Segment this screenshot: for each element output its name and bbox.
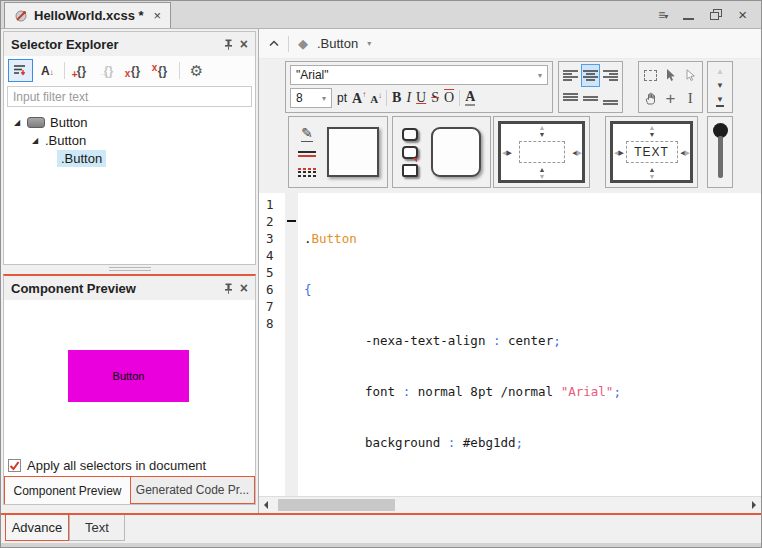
strikethrough-button[interactable]: S xyxy=(431,91,439,105)
text-padding-control[interactable]: ◀▶ ▲▼ TEXT ◀▶ ▲▼ xyxy=(610,121,693,183)
tree-expand-icon[interactable]: ◢ xyxy=(12,118,22,127)
close-panel-icon[interactable]: × xyxy=(240,280,248,296)
line-number-gutter: 1 2 3 4 5 6 7 8 xyxy=(259,193,285,496)
align-right-button[interactable] xyxy=(600,64,620,87)
left-arrows-icon[interactable]: ◀▶ xyxy=(614,149,623,156)
slider-track[interactable] xyxy=(718,136,723,178)
horizontal-scrollbar[interactable] xyxy=(259,496,761,513)
top-arrows-icon[interactable]: ▲▼ xyxy=(649,124,655,138)
radius-small-icon[interactable] xyxy=(402,128,418,141)
text-color-button[interactable]: A xyxy=(465,90,475,106)
fold-collapse-icon[interactable] xyxy=(287,220,296,222)
document-tab[interactable]: HelloWorld.xcss * × xyxy=(4,2,171,28)
radius-square-icon[interactable] xyxy=(402,164,418,177)
delete-selector-button[interactable]: {}x xyxy=(123,59,148,82)
main-area: Selector Explorer × A↓ xyxy=(1,29,761,513)
code-line-6 xyxy=(298,485,621,496)
scrollbar-right-arrow[interactable] xyxy=(752,501,756,509)
minimize-icon[interactable] xyxy=(683,18,694,20)
scroll-down-icon[interactable]: ▼ xyxy=(716,81,724,90)
pointer-outline-tool[interactable] xyxy=(680,64,700,87)
selector-explorer-panel: Selector Explorer × A↓ xyxy=(3,31,256,265)
toolbar-separator xyxy=(386,90,387,106)
font-decrease-button[interactable]: A↓ xyxy=(370,92,381,105)
component-preview-panel: Component Preview × Button xyxy=(3,274,256,505)
window-controls: ≡▾ × xyxy=(658,6,761,23)
font-increase-button[interactable]: A↑ xyxy=(352,91,365,106)
italic-button[interactable]: I xyxy=(406,91,411,105)
radius-edit-icon[interactable] xyxy=(402,146,418,159)
move-selector-button[interactable]: {}→ xyxy=(96,59,121,82)
text-sample: TEXT xyxy=(626,141,678,163)
delete-all-selectors-button[interactable]: {}x xyxy=(150,59,175,82)
left-arrows-icon[interactable]: ◀▶ xyxy=(502,149,511,156)
code-line-2: { xyxy=(298,281,621,298)
radius-preview-swatch[interactable] xyxy=(431,127,481,177)
add-tool[interactable]: + xyxy=(661,87,681,110)
scrollbar-left-arrow[interactable] xyxy=(264,501,268,509)
document-tab-label: HelloWorld.xcss * xyxy=(34,8,144,23)
tree-item-dot-button[interactable]: ◢ .Button xyxy=(4,131,255,149)
close-panel-icon[interactable]: × xyxy=(240,36,248,52)
xcss-palette-icon xyxy=(14,9,28,23)
align-left-button[interactable] xyxy=(561,64,581,87)
border-lines-icon[interactable] xyxy=(298,149,316,159)
add-selector-button[interactable]: {}+ xyxy=(69,59,94,82)
scroll-up-icon[interactable]: ▲ xyxy=(716,67,724,76)
line-number: 2 xyxy=(266,213,285,230)
tab-advance[interactable]: Advance xyxy=(5,515,69,541)
scroll-end-icon[interactable]: ▼ xyxy=(716,95,724,107)
close-window-icon[interactable]: × xyxy=(738,6,747,23)
font-family-select[interactable]: "Arial" ▾ xyxy=(290,65,548,85)
right-arrows-icon[interactable]: ◀▶ xyxy=(572,149,581,156)
code-line-5: background : #ebg1dd; xyxy=(298,434,621,451)
apply-selectors-checkbox[interactable] xyxy=(8,459,21,472)
tree-item-label: Button xyxy=(50,115,88,130)
tab-generated-code-preview[interactable]: Generated Code Pr... xyxy=(131,476,255,504)
mode-tab-bar: Advance Text xyxy=(1,513,761,548)
hand-tool[interactable] xyxy=(641,87,661,110)
tab-text[interactable]: Text xyxy=(69,515,125,541)
border-preview-swatch[interactable] xyxy=(327,127,379,177)
tab-component-preview[interactable]: Component Preview xyxy=(4,476,131,504)
scrollbar-thumb[interactable] xyxy=(278,499,395,511)
breadcrumb-dropdown-icon[interactable]: ▾ xyxy=(367,39,371,48)
preview-tabs: Component Preview Generated Code Pr... xyxy=(4,476,255,504)
pin-icon[interactable] xyxy=(223,39,234,50)
padding-control[interactable]: ◀▶ ▲▼ ◀▶ ▲▼ xyxy=(498,121,585,183)
sort-alpha-button[interactable]: A↓ xyxy=(35,59,60,82)
window-menu-icon[interactable]: ≡▾ xyxy=(658,8,667,22)
restore-icon[interactable] xyxy=(710,9,722,20)
pointer-tool[interactable] xyxy=(661,64,681,87)
bottom-arrows-icon[interactable]: ▲▼ xyxy=(649,166,655,180)
tree-item-button[interactable]: ◢ Button xyxy=(4,113,255,131)
valign-top-button[interactable] xyxy=(561,87,581,110)
font-size-select[interactable]: 8 ▾ xyxy=(290,88,332,108)
pencil-icon[interactable]: ✎ xyxy=(301,126,313,142)
valign-middle-button[interactable] xyxy=(581,87,601,110)
sort-order-button[interactable] xyxy=(8,59,33,82)
tree-item-dot-button-selected[interactable]: .Button xyxy=(4,149,255,167)
document-tab-close-icon[interactable]: × xyxy=(154,8,162,23)
underline-button[interactable]: U xyxy=(416,91,426,105)
xcss-code-editor[interactable]: 1 2 3 4 5 6 7 8 .Button { -nexa-text-ali… xyxy=(259,193,761,496)
component-preview-header: Component Preview × xyxy=(4,276,255,300)
settings-gear-icon[interactable]: ⚙ xyxy=(184,59,209,82)
top-arrows-icon[interactable]: ▲▼ xyxy=(539,124,545,138)
bold-button[interactable]: B xyxy=(392,91,401,105)
filter-input[interactable] xyxy=(8,87,251,106)
text-cursor-tool[interactable]: I xyxy=(680,87,700,110)
horizontal-splitter[interactable] xyxy=(1,265,258,274)
right-arrows-icon[interactable]: ◀▶ xyxy=(680,149,689,156)
overline-button[interactable]: O xyxy=(444,91,454,105)
collapse-chevron-icon[interactable] xyxy=(269,40,279,47)
tree-expand-icon[interactable]: ◢ xyxy=(30,136,40,145)
marquee-select-tool[interactable] xyxy=(641,64,661,87)
valign-bottom-button[interactable] xyxy=(600,87,620,110)
filter-box xyxy=(7,86,252,107)
align-center-button[interactable] xyxy=(581,64,601,87)
code-lines: .Button { -nexa-text-align : center; fon… xyxy=(298,193,621,496)
pin-icon[interactable] xyxy=(223,283,234,294)
border-dashed-icon[interactable] xyxy=(298,166,316,178)
bottom-arrows-icon[interactable]: ▲▼ xyxy=(539,166,545,180)
